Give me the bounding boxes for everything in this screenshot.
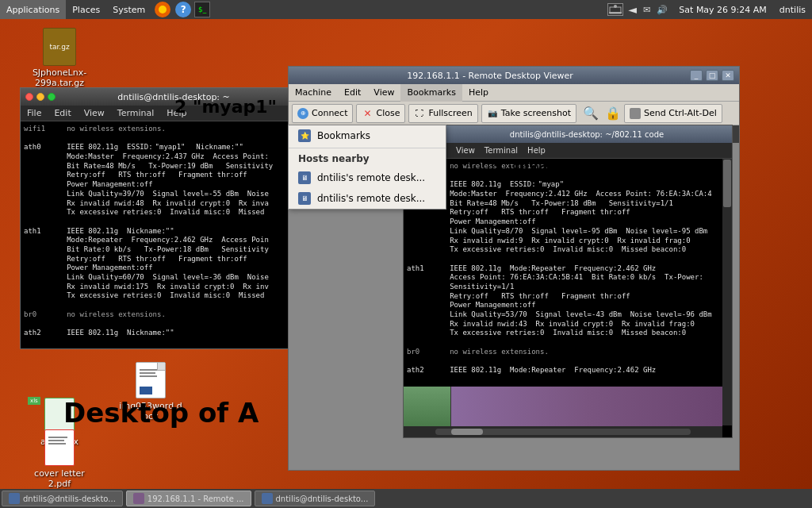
taskbar-icon-0 [9,493,20,504]
rdv-screenshot-btn[interactable]: 📷 Take screenshot [481,104,576,123]
taskbar-icon-1 [133,493,144,504]
inner-rdv-scrollbar[interactable] [722,159,732,425]
terminal-a-titlebar: dntilis@dntilis-desktop: ~ [21,88,289,106]
bookmark-icon: ⭐ [298,129,311,142]
rdv-close-connect-btn[interactable]: ✕ Close [356,104,405,123]
terminal-a-min-btn[interactable] [36,93,44,101]
rdv-toolbar: ⊕ Connect ✕ Close ⛶ Fullscreen 📷 Take sc… [289,102,739,125]
rdv-menu-help[interactable]: Help [462,84,495,102]
inner-menu-view[interactable]: View [451,143,480,159]
rdv-menu-view[interactable]: View [367,84,400,102]
svg-point-2 [614,5,617,8]
rdv-menu-bookmarks[interactable]: Bookmarks [400,84,462,102]
bm-section-hosts-nearby: Hosts nearby [289,150,446,167]
rdv-lock-icon[interactable]: 🔒 [605,106,621,121]
panel-speaker-icon[interactable]: 🔊 [655,5,669,15]
inner-title-text: dntilis@dntilis-desktop: ~/802.11 code [445,130,729,139]
panel-menu-applications[interactable]: Applications [0,0,66,19]
keyboard-icon [630,108,641,119]
inner-menu-help[interactable]: Help [523,143,550,159]
rdv-fullscreen-btn[interactable]: ⛶ Fullscreen [408,104,477,123]
rdv-cad-btn[interactable]: Send Ctrl-Alt-Del [624,104,722,123]
taskbar-item-2[interactable]: dntilis@dntilis-deskto... [255,491,376,506]
panel-email-icon[interactable]: ✉ [642,5,652,15]
network-monitor-icon[interactable] [607,3,623,16]
rdv-titlebar: 192.168.1.1 - Remote Desktop Viewer _ □ … [289,67,739,84]
inner-rdv-scrollthumb[interactable] [723,160,731,207]
rdv-title: 192.168.1.1 - Remote Desktop Viewer [293,71,687,81]
thumbnail-1 [404,387,451,426]
rdv-menubar: Machine Edit View Bookmarks Help [289,84,739,102]
inner-menu-terminal[interactable]: Terminal [480,143,523,159]
terminal-a-max-btn[interactable] [48,93,56,101]
fullscreen-icon: ⛶ [414,108,425,119]
pdf-file-label: cover letter 2.pdf [28,468,91,489]
top-panel: Applications Places System ? $_ ◄ ✉ 🔊 Sa… [0,0,812,19]
docx-icon-img [132,361,170,399]
connect-icon: ⊕ [297,108,308,119]
terminal-a-menu-view[interactable]: View [78,106,111,121]
help-icon[interactable]: ? [175,2,191,17]
terminal-a-title: dntilis@dntilis-desktop: ~ [63,92,284,102]
desktop: Applications Places System ? $_ ◄ ✉ 🔊 Sa… [0,0,812,508]
rdv-minimize-btn[interactable]: _ [690,70,703,81]
panel-user: dntilis [773,5,812,15]
panel-clock: Sat May 26 9:24 AM [672,5,772,15]
docx-file-label: img053word.docx [119,401,182,421]
thumbnail-rest [451,387,722,426]
rdv-menu-edit[interactable]: Edit [338,84,367,102]
tar-icon-img: tar.gz [40,28,79,66]
rdv-bookmark-icon-1: 🖥 [298,171,311,184]
taskbar-icon-2 [262,493,273,504]
terminal-window-a: dntilis@dntilis-desktop: ~ File Edit Vie… [20,87,289,349]
bm-item-bookmarks[interactable]: ⭐ Bookmarks [289,125,446,146]
panel-menu-places[interactable]: Places [66,0,106,19]
panel-back-icon[interactable]: ◄ [626,3,638,16]
panel-system-icons: ◄ ✉ 🔊 [607,3,672,16]
rdv-bookmark-icon-2: 🖥 [298,192,311,205]
rdv-maximize-btn[interactable]: □ [706,70,718,81]
inner-rdv-menubar: File Edit View Terminal Help [404,143,732,159]
desktop-icon-tar[interactable]: tar.gz SJphoneLnx-299a.tar.gz [28,28,91,88]
bm-separator [289,148,446,148]
terminal-a-menu-file[interactable]: File [21,106,48,121]
rdv-connect-btn[interactable]: ⊕ Connect [292,104,353,123]
terminal-a-menubar: File Edit View Terminal Help [21,106,289,121]
terminal-a-menu-help[interactable]: Help [160,106,193,121]
inner-rdv-hscroll[interactable] [404,426,722,437]
rdv-menu-machine[interactable]: Machine [289,84,338,102]
inner-hscroll-thumb[interactable] [451,429,483,435]
inner-image-strip [404,387,722,426]
inner-terminal-c: dntilis@dntilis-desktop: ~/802.11 code F… [403,125,733,438]
taskbar-item-1[interactable]: 192.168.1.1 - Remote ... [126,491,251,506]
terminal-a-body: wifi1 no wireless extensions. ath0 IEEE … [21,121,289,348]
taskbar-item-0[interactable]: dntilis@dntilis-deskto... [2,491,123,506]
desktop-icon-pdf[interactable]: cover letter 2.pdf [28,429,91,489]
panel-menu-system[interactable]: System [106,0,151,19]
screenshot-icon: 📷 [487,108,498,119]
terminal-a-close-btn[interactable] [25,93,33,101]
inner-hscroll-track [435,429,691,435]
taskbar: dntilis@dntilis-deskto... 192.168.1.1 - … [0,489,812,508]
pdf-icon-img [40,429,79,467]
inner-rdv-titlebar: dntilis@dntilis-desktop: ~/802.11 code [404,125,732,143]
rdv-close-btn[interactable]: ✕ [722,70,734,81]
terminal-a-menu-edit[interactable]: Edit [48,106,77,121]
bm-item-2[interactable]: 🖥 dntilis's remote desk... [289,188,446,209]
bm-item-1[interactable]: 🖥 dntilis's remote desk... [289,167,446,188]
terminal-icon[interactable]: $_ [194,2,210,17]
bookmarks-dropdown: ⭐ Bookmarks Hosts nearby 🖥 dntilis's rem… [288,125,446,210]
panel-apps: Applications Places System ? $_ [0,0,212,19]
tar-file-label: SJphoneLnx-299a.tar.gz [28,67,91,88]
svg-rect-1 [609,12,622,13]
desktop-icon-docx[interactable]: img053word.docx [119,361,182,421]
disconnect-icon: ✕ [362,108,373,119]
firefox-icon[interactable] [155,2,170,17]
tar-file-icon: tar.gz [43,28,76,66]
rdv-search-icon[interactable]: 🔍 [583,106,599,121]
terminal-a-menu-terminal[interactable]: Terminal [111,106,161,121]
